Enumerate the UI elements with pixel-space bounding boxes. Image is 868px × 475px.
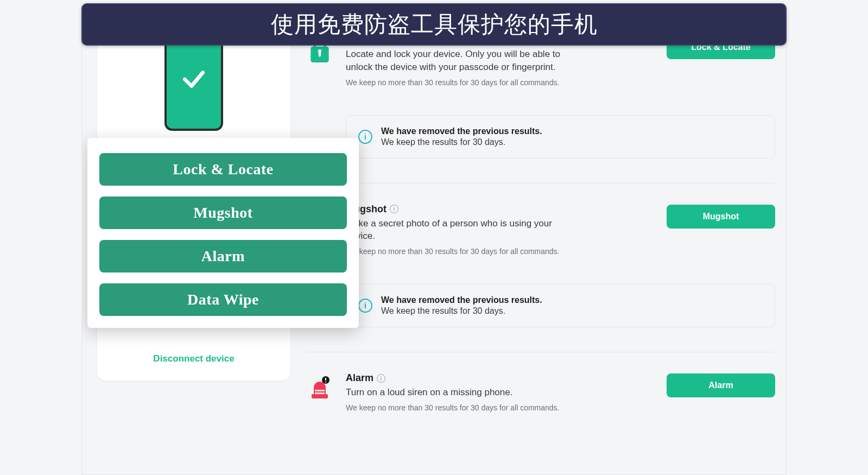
feature-mugshot-note: We keep no more than 30 results for 30 d… xyxy=(346,247,656,256)
alarm-button[interactable]: Alarm xyxy=(667,373,775,397)
results-removed-notice: i We have removed the previous results. … xyxy=(346,115,775,159)
feature-lock-desc: Locate and lock your device. Only you wi… xyxy=(346,48,574,74)
page-banner: 使用免费防盗工具保护您的手机 xyxy=(81,3,787,46)
overlay-lock-locate-button[interactable]: Lock & Locate xyxy=(99,153,347,186)
divider xyxy=(305,352,775,352)
info-icon[interactable]: i xyxy=(390,205,398,213)
feature-lock-note: We keep no more than 30 results for 30 d… xyxy=(346,78,656,87)
divider xyxy=(305,183,775,183)
notice-heading-2: We have removed the previous results. xyxy=(381,295,542,305)
feature-list: Lock & Locate i Locate and lock your dev… xyxy=(305,28,775,474)
notice-heading: We have removed the previous results. xyxy=(381,126,542,136)
svg-rect-4 xyxy=(315,390,325,391)
results-removed-notice-2: i We have removed the previous results. … xyxy=(346,284,775,327)
mugshot-button[interactable]: Mugshot xyxy=(667,205,775,229)
info-circle-icon: i xyxy=(358,299,372,313)
feature-alarm-desc: Turn on a loud siren on a missing phone. xyxy=(346,386,574,399)
feature-alarm-title: Alarm xyxy=(346,372,373,384)
alarm-icon xyxy=(305,372,335,400)
overlay-mugshot-button[interactable]: Mugshot xyxy=(99,197,347,229)
checkmark-icon xyxy=(180,66,207,93)
notice-body-2: We keep the results for 30 days. xyxy=(381,306,542,316)
feature-mugshot-desc: Make a secret photo of a person who is u… xyxy=(346,217,574,243)
info-icon[interactable]: i xyxy=(377,374,385,383)
svg-point-8 xyxy=(325,382,326,383)
feature-alarm: Alarm i Turn on a loud siren on a missin… xyxy=(305,366,775,419)
feature-mugshot: Mugshot i Make a secret photo of a perso… xyxy=(305,197,775,263)
svg-rect-3 xyxy=(312,394,328,398)
svg-point-2 xyxy=(318,49,321,53)
action-menu-overlay: Lock & Locate Mugshot Alarm Data Wipe xyxy=(87,138,359,328)
svg-rect-7 xyxy=(325,378,326,381)
info-circle-icon: i xyxy=(358,130,372,144)
notice-body: We keep the results for 30 days. xyxy=(381,137,542,147)
banner-title: 使用免费防盗工具保护您的手机 xyxy=(271,9,598,40)
svg-rect-5 xyxy=(315,392,325,394)
overlay-alarm-button[interactable]: Alarm xyxy=(99,240,347,273)
feature-alarm-note: We keep no more than 30 results for 30 d… xyxy=(346,403,656,412)
app-frame: Disconnect device Lock & Locate Mugshot … xyxy=(81,22,787,475)
overlay-data-wipe-button[interactable]: Data Wipe xyxy=(99,283,347,316)
disconnect-device-link[interactable]: Disconnect device xyxy=(153,353,234,364)
